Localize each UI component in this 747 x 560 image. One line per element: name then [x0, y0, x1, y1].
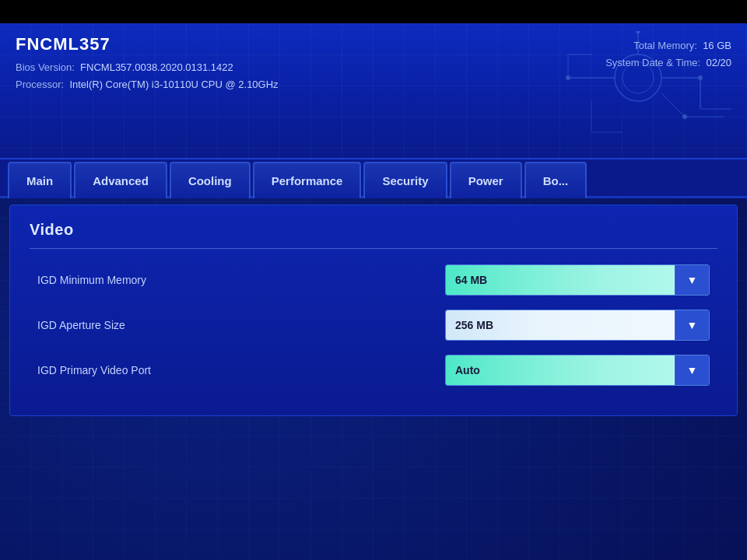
igd-aperture-dropdown[interactable]: 256 MB	[445, 310, 710, 341]
bios-version: FNCML357.0038.2020.0131.1422	[80, 61, 233, 73]
igd-aperture-label: IGD Aperture Size	[37, 319, 125, 331]
igd-min-memory-label: IGD Minimum Memory	[37, 274, 146, 286]
memory-label: Total Memory:	[633, 40, 697, 51]
igd-primary-video-dropdown[interactable]: Auto	[445, 355, 710, 386]
processor-value: Intel(R) Core(TM) i3-10110U CPU @ 2.10GH…	[69, 79, 278, 90]
bios-header: FNCML357 Bios Version: FNCML357.0038.202…	[0, 23, 747, 159]
nav-tabs: Main Advanced Cooling Performance Securi…	[0, 159, 747, 198]
setting-row-igd-primary-video: IGD Primary Video Port Auto	[30, 355, 717, 386]
tab-power[interactable]: Power	[450, 162, 522, 198]
datetime-value: 02/20	[706, 57, 731, 68]
svg-point-9	[566, 75, 570, 80]
setting-row-igd-aperture: IGD Aperture Size 256 MB	[30, 310, 717, 341]
tab-main[interactable]: Main	[8, 162, 72, 198]
svg-line-12	[661, 93, 685, 117]
igd-primary-video-value: Auto	[446, 355, 675, 385]
memory-value: 16 GB	[703, 40, 731, 51]
tab-advanced[interactable]: Advanced	[74, 162, 167, 198]
svg-point-14	[682, 114, 687, 119]
igd-min-memory-arrow[interactable]	[675, 265, 709, 295]
setting-row-igd-min-memory: IGD Minimum Memory 64 MB	[30, 264, 717, 296]
svg-point-10	[698, 75, 703, 80]
content-panel: Video IGD Minimum Memory 64 MB IGD Apert…	[9, 205, 738, 416]
tab-performance[interactable]: Performance	[253, 162, 362, 198]
processor-label: Processor:	[16, 79, 64, 90]
igd-min-memory-dropdown[interactable]: 64 MB	[445, 264, 710, 296]
section-title: Video	[30, 221, 717, 239]
top-bar	[0, 0, 747, 23]
igd-primary-video-arrow[interactable]	[675, 355, 709, 385]
svg-point-11	[636, 31, 640, 33]
section-divider	[30, 248, 717, 249]
tab-security[interactable]: Security	[363, 162, 447, 198]
igd-min-memory-value: 64 MB	[446, 265, 675, 295]
igd-aperture-value: 256 MB	[446, 310, 675, 340]
datetime-label: System Date & Time:	[605, 57, 700, 68]
tab-cooling[interactable]: Cooling	[170, 162, 251, 198]
igd-aperture-arrow[interactable]	[675, 310, 709, 340]
igd-primary-video-label: IGD Primary Video Port	[37, 364, 151, 376]
tab-boot[interactable]: Bo...	[524, 162, 587, 198]
bios-label: Bios Version:	[16, 61, 75, 73]
header-right-info: Total Memory: 16 GB System Date & Time: …	[605, 37, 731, 72]
